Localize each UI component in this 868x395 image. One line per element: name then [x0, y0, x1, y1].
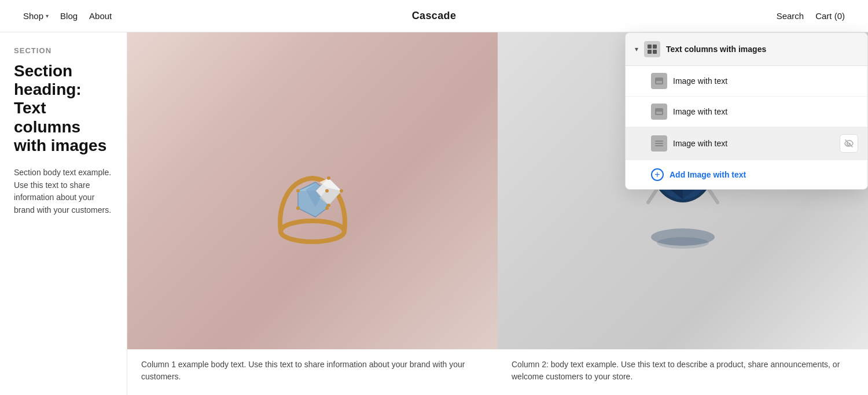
svg-point-12: [340, 189, 343, 193]
nav-left: Shop ▾ Blog About: [23, 11, 112, 21]
svg-point-9: [325, 189, 329, 193]
column1-text: Column 1 example body text. Use this tex…: [127, 349, 498, 395]
svg-point-8: [296, 206, 300, 210]
section-heading: Section heading: Text columns with image…: [14, 62, 115, 155]
add-circle-icon: +: [651, 168, 664, 181]
cart-button[interactable]: Cart (0): [815, 11, 845, 21]
svg-point-13: [327, 204, 330, 207]
item3-label: Image with text: [673, 139, 834, 148]
shop-chevron-icon: ▾: [46, 13, 49, 19]
image-icon-2: [655, 108, 663, 115]
ring1-svg-graphic: [243, 116, 382, 266]
section-body-text: Section body text example. Use this text…: [14, 167, 115, 217]
left-sidebar: Section Section heading: Text columns wi…: [0, 32, 127, 395]
column-1: Column 1 example body text. Use this tex…: [127, 32, 498, 395]
shop-label: Shop: [23, 11, 43, 21]
nav-shop-dropdown[interactable]: Shop ▾: [23, 11, 49, 21]
nav-about-link[interactable]: About: [89, 11, 112, 21]
section-dropdown-panel: ▾ Text columns with images Image with te…: [625, 32, 868, 190]
item1-label: Image with text: [673, 76, 858, 86]
dropdown-item-1[interactable]: Image with text: [626, 66, 867, 97]
navbar: Shop ▾ Blog About Cascade Search Cart (0…: [0, 0, 868, 32]
dropdown-header[interactable]: ▾ Text columns with images: [626, 33, 867, 66]
item3-icon: [651, 135, 667, 152]
section-label: Section: [14, 46, 115, 55]
column1-image: [127, 32, 498, 349]
add-image-with-text-button[interactable]: + Add Image with text: [626, 160, 867, 189]
dropdown-chevron-icon: ▾: [635, 45, 638, 53]
svg-point-10: [325, 206, 329, 210]
lines-icon: [655, 141, 663, 146]
svg-point-32: [657, 237, 709, 249]
svg-point-0: [281, 221, 344, 242]
item2-label: Image with text: [673, 107, 858, 116]
search-button[interactable]: Search: [777, 11, 804, 21]
column2-text: Column 2: body text example. Use this te…: [498, 349, 868, 395]
nav-blog-link[interactable]: Blog: [60, 11, 78, 21]
dropdown-header-icon: [644, 41, 660, 57]
item1-icon: [651, 73, 667, 89]
grid-icon: [648, 45, 657, 54]
nav-right: Search Cart (0): [777, 11, 845, 21]
item2-icon: [651, 104, 667, 120]
eye-slash-icon: [844, 139, 854, 148]
svg-point-7: [296, 189, 300, 193]
image-icon: [655, 77, 663, 84]
dropdown-item-3[interactable]: Image with text: [626, 127, 867, 160]
visibility-toggle-button[interactable]: [840, 134, 858, 153]
svg-point-11: [327, 176, 330, 180]
add-label: Add Image with text: [670, 170, 746, 179]
dropdown-header-title: Text columns with images: [666, 45, 766, 54]
dropdown-item-2[interactable]: Image with text: [626, 97, 867, 127]
brand-name: Cascade: [412, 10, 457, 22]
